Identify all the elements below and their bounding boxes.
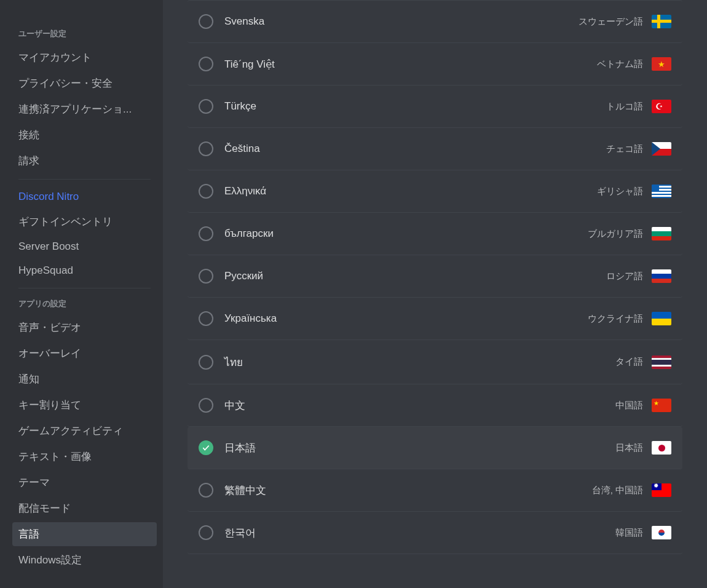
language-native-name: 繁體中文 (224, 483, 592, 498)
language-local-name: タイ語 (615, 356, 643, 368)
sidebar-item-notifications[interactable]: 通知 (12, 367, 157, 391)
language-native-name: Pусский (224, 270, 606, 282)
flag-icon-bg (652, 227, 671, 240)
radio-unchecked-icon (199, 99, 213, 114)
flag-icon-gr (652, 185, 671, 198)
sidebar-divider (18, 179, 151, 180)
sidebar-item-hypesquad[interactable]: HypeSquad (12, 260, 157, 282)
sidebar-item-text-images[interactable]: テキスト・画像 (12, 445, 157, 469)
sidebar-divider (18, 288, 151, 288)
flag-icon-th (652, 356, 671, 369)
language-option-ua[interactable]: Українськаウクライナ語 (188, 298, 682, 340)
language-local-name: 中国語 (615, 400, 643, 411)
language-option-jp[interactable]: 日本語日本語 (188, 427, 682, 469)
sidebar-item-language[interactable]: 言語 (12, 522, 157, 546)
sidebar-item-appearance[interactable]: テーマ (12, 471, 157, 495)
sidebar-section-header: ユーザー設定 (12, 25, 157, 43)
flag-icon-vn (652, 57, 671, 71)
flag-icon-kr (652, 526, 671, 539)
language-option-se[interactable]: Svenskaスウェーデン語 (188, 0, 682, 43)
flag-icon-se (652, 15, 671, 28)
language-native-name: Tiê´ng Việt (224, 58, 597, 71)
language-local-name: チェコ語 (606, 143, 643, 155)
language-option-tw[interactable]: 繁體中文台湾, 中国語 (188, 469, 682, 512)
language-local-name: トルコ語 (606, 101, 643, 113)
sidebar-item-billing[interactable]: 請求 (12, 149, 157, 173)
language-local-name: 日本語 (615, 442, 643, 454)
language-settings-panel: Svenskaスウェーデン語Tiê´ng Việtベトナム語Türkçeトルコ語… (163, 0, 707, 588)
language-local-name: ロシア語 (606, 271, 643, 282)
radio-unchecked-icon (199, 355, 213, 370)
radio-unchecked-icon (199, 57, 213, 71)
sidebar-item-connections[interactable]: 接続 (12, 123, 157, 147)
radio-unchecked-icon (199, 14, 213, 29)
language-native-name: Türkçe (224, 100, 606, 113)
language-local-name: 韓国語 (615, 527, 643, 539)
radio-unchecked-icon (199, 269, 213, 284)
language-native-name: Čeština (224, 143, 606, 155)
radio-unchecked-icon (199, 525, 213, 540)
radio-unchecked-icon (199, 311, 213, 326)
sidebar-item-nitro[interactable]: Discord Nitro (12, 186, 157, 208)
sidebar-item-keybinds[interactable]: キー割り当て (12, 393, 157, 417)
language-local-name: ギリシャ語 (597, 186, 643, 197)
flag-icon-tw (652, 483, 671, 497)
language-native-name: Ελληνικά (224, 185, 597, 197)
sidebar-item-gift-inventory[interactable]: ギフトインベントリ (12, 210, 157, 234)
language-option-kr[interactable]: 한국어韓国語 (188, 512, 682, 554)
flag-icon-ru (652, 269, 671, 283)
language-option-gr[interactable]: Ελληνικάギリシャ語 (188, 170, 682, 213)
flag-icon-jp (652, 441, 671, 455)
language-local-name: ベトナム語 (597, 58, 643, 70)
sidebar-item-server-boost[interactable]: Server Boost (12, 236, 157, 258)
language-native-name: 日本語 (224, 441, 615, 455)
radio-unchecked-icon (199, 226, 213, 241)
language-native-name: ไทย (224, 354, 615, 370)
language-native-name: Svenska (224, 15, 579, 28)
language-native-name: Українська (224, 312, 588, 325)
flag-icon-cn (652, 399, 671, 412)
sidebar-item-game-activity[interactable]: ゲームアクティビティ (12, 419, 157, 443)
language-option-th[interactable]: ไทยタイ語 (188, 340, 682, 384)
language-option-vn[interactable]: Tiê´ng Việtベトナム語 (188, 43, 682, 85)
sidebar-item-streamer-mode[interactable]: 配信モード (12, 496, 157, 520)
language-option-bg[interactable]: българскиブルガリア語 (188, 213, 682, 255)
language-option-tr[interactable]: Türkçeトルコ語 (188, 85, 682, 128)
settings-sidebar: ユーザー設定マイアカウントプライバシー・安全連携済アプリケーショ...接続請求D… (0, 0, 163, 588)
language-local-name: 台湾, 中国語 (592, 485, 643, 496)
language-option-ru[interactable]: Pусскийロシア語 (188, 255, 682, 298)
sidebar-item-windows-settings[interactable]: Windows設定 (12, 548, 157, 572)
language-native-name: 한국어 (224, 526, 615, 540)
language-native-name: 中文 (224, 399, 615, 413)
sidebar-item-overlay[interactable]: オーバーレイ (12, 341, 157, 365)
flag-icon-cz (652, 142, 671, 156)
language-local-name: ブルガリア語 (588, 228, 643, 240)
language-local-name: スウェーデン語 (579, 16, 643, 28)
radio-unchecked-icon (199, 184, 213, 199)
radio-unchecked-icon (199, 483, 213, 498)
sidebar-item-voice-video[interactable]: 音声・ビデオ (12, 316, 157, 340)
flag-icon-ua (652, 312, 671, 325)
radio-checked-icon (199, 440, 213, 455)
language-option-cn[interactable]: 中文中国語 (188, 384, 682, 427)
radio-unchecked-icon (199, 398, 213, 413)
language-native-name: български (224, 228, 588, 240)
flag-icon-tr (652, 100, 671, 113)
sidebar-section-header: アプリの設定 (12, 295, 157, 313)
language-local-name: ウクライナ語 (588, 313, 643, 325)
sidebar-item-privacy[interactable]: プライバシー・安全 (12, 71, 157, 95)
sidebar-item-my-account[interactable]: マイアカウント (12, 46, 157, 70)
language-option-cz[interactable]: Češtinaチェコ語 (188, 128, 682, 170)
radio-unchecked-icon (199, 141, 213, 156)
sidebar-item-authorized-apps[interactable]: 連携済アプリケーショ... (12, 97, 157, 121)
